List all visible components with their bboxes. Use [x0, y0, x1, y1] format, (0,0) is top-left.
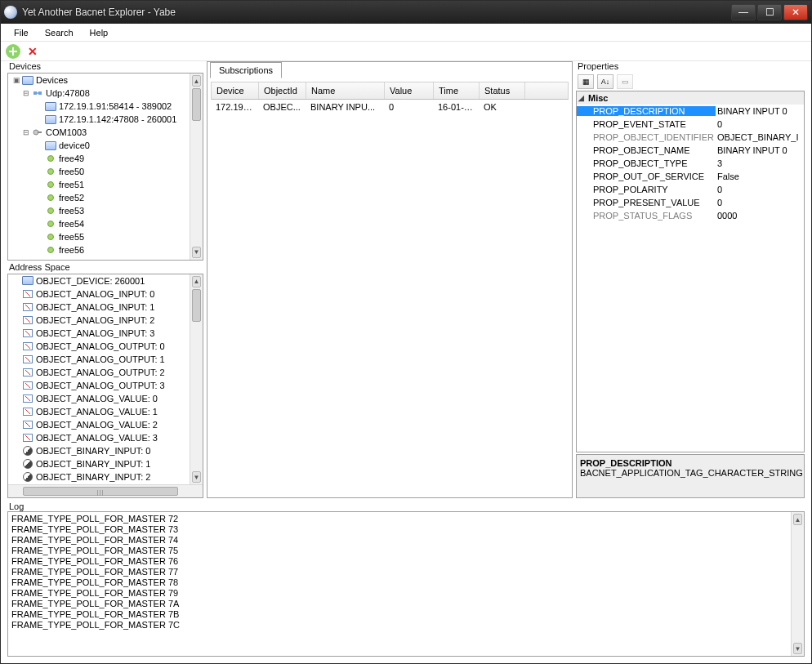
subscription-row[interactable]: 172.19.1... OBJEC... BINARY INPU... 0 16… — [211, 100, 569, 116]
property-value[interactable]: 0000 — [716, 211, 804, 221]
alphabetical-button[interactable]: A↓ — [597, 74, 613, 89]
analog-icon — [23, 421, 33, 429]
property-row[interactable]: PROP_OUT_OF_SERVICEFalse — [577, 170, 804, 183]
col-time[interactable]: Time — [434, 82, 480, 99]
analog-icon — [23, 368, 33, 377]
free-node[interactable]: free56 — [59, 245, 84, 255]
object-node[interactable]: OBJECT_ANALOG_VALUE: 2 — [36, 420, 158, 430]
object-device[interactable]: OBJECT_DEVICE: 260001 — [36, 276, 145, 286]
object-node[interactable]: OBJECT_ANALOG_VALUE: 0 — [36, 394, 158, 403]
free-slot-icon — [47, 221, 54, 227]
free-node[interactable]: free52 — [59, 193, 84, 203]
expander-icon[interactable]: ⊟ — [21, 128, 31, 136]
free-node[interactable]: free55 — [59, 232, 84, 242]
col-value[interactable]: Value — [385, 82, 434, 99]
object-node[interactable]: OBJECT_ANALOG_OUTPUT: 3 — [36, 381, 165, 390]
free-node[interactable]: free53 — [59, 206, 84, 216]
cell-time: 16-01-2... — [433, 100, 479, 116]
property-grid[interactable]: ◢Misc PROP_DESCRIPTIONBINARY INPUT 0PROP… — [576, 91, 805, 452]
cell-objectid: OBJEC... — [258, 100, 306, 116]
network-icon — [31, 87, 44, 99]
add-button[interactable] — [6, 44, 20, 59]
property-value[interactable]: OBJECT_BINARY_I — [716, 132, 804, 142]
col-name[interactable]: Name — [306, 82, 385, 99]
object-node[interactable]: OBJECT_BINARY_INPUT: 1 — [36, 459, 150, 469]
window-title: Yet Another Bacnet Explorer - Yabe — [22, 7, 729, 18]
log-output[interactable]: FRAME_TYPE_POLL_FOR_MASTER 72FRAME_TYPE_… — [7, 511, 805, 657]
analog-icon — [23, 290, 33, 298]
analog-icon — [23, 316, 33, 324]
property-row[interactable]: PROP_POLARITY0 — [577, 183, 804, 196]
property-row[interactable]: PROP_OBJECT_IDENTIFIEROBJECT_BINARY_I — [577, 131, 804, 144]
free-node[interactable]: free54 — [59, 219, 84, 229]
minimize-button[interactable]: — — [731, 4, 756, 20]
col-device[interactable]: Device — [212, 82, 259, 99]
property-value[interactable]: False — [716, 172, 804, 181]
binary-icon — [23, 446, 33, 456]
property-pages-button: ▭ — [617, 74, 633, 89]
object-node[interactable]: OBJECT_ANALOG_INPUT: 3 — [36, 328, 155, 338]
scrollbar-vertical[interactable]: ▲▼ — [190, 74, 203, 260]
property-value[interactable]: 3 — [716, 158, 804, 168]
object-node[interactable]: OBJECT_ANALOG_INPUT: 1 — [36, 302, 155, 312]
col-status[interactable]: Status — [480, 82, 525, 99]
analog-icon — [23, 408, 33, 416]
property-category[interactable]: ◢Misc — [577, 91, 804, 105]
device-icon — [45, 102, 56, 111]
delete-button[interactable]: ✕ — [25, 44, 40, 59]
property-key: PROP_PRESENT_VALUE — [577, 198, 716, 207]
close-button[interactable]: ✕ — [783, 4, 808, 20]
property-value[interactable]: 0 — [716, 119, 804, 129]
analog-icon — [23, 434, 33, 442]
menu-search[interactable]: Search — [37, 25, 82, 40]
property-row[interactable]: PROP_PRESENT_VALUE0 — [577, 196, 804, 209]
devices-root[interactable]: Devices — [36, 75, 68, 85]
property-value[interactable]: 0 — [716, 198, 804, 207]
property-row[interactable]: PROP_OBJECT_NAMEBINARY INPUT 0 — [577, 144, 804, 157]
com-node[interactable]: COM1003 — [46, 127, 87, 137]
device-icon — [45, 141, 56, 150]
collapse-icon[interactable]: ◢ — [577, 94, 585, 102]
menu-file[interactable]: File — [6, 25, 37, 40]
property-value[interactable]: BINARY INPUT 0 — [716, 106, 804, 116]
scrollbar-vertical[interactable]: ▲▼ — [190, 274, 203, 484]
object-node[interactable]: OBJECT_ANALOG_OUTPUT: 2 — [36, 368, 165, 377]
property-row[interactable]: PROP_EVENT_STATE0 — [577, 118, 804, 131]
free-node[interactable]: free49 — [59, 154, 84, 163]
svg-rect-3 — [38, 131, 42, 133]
property-row[interactable]: PROP_DESCRIPTIONBINARY INPUT 0 — [577, 105, 804, 118]
title-bar: Yet Another Bacnet Explorer - Yabe — ☐ ✕ — [1, 1, 811, 24]
cell-device: 172.19.1... — [211, 100, 258, 116]
object-node[interactable]: OBJECT_ANALOG_VALUE: 3 — [36, 433, 158, 443]
device-node[interactable]: 172.19.1.91:58414 - 389002 — [59, 101, 172, 111]
device-node[interactable]: device0 — [59, 140, 90, 150]
expander-icon[interactable]: ⊟ — [21, 89, 31, 97]
object-node[interactable]: OBJECT_BINARY_INPUT: 2 — [36, 472, 150, 482]
property-row[interactable]: PROP_OBJECT_TYPE3 — [577, 157, 804, 170]
categorized-button[interactable]: ▦ — [578, 74, 594, 89]
object-node[interactable]: OBJECT_ANALOG_INPUT: 2 — [36, 315, 155, 325]
property-value[interactable]: BINARY INPUT 0 — [716, 145, 804, 155]
col-objectid[interactable]: ObjectId — [259, 82, 306, 99]
object-node[interactable]: OBJECT_ANALOG_OUTPUT: 0 — [36, 341, 165, 351]
free-node[interactable]: free50 — [59, 167, 84, 176]
free-node[interactable]: free51 — [59, 180, 84, 189]
devices-tree[interactable]: ▣Devices ⊟Udp:47808 172.19.1.91:58414 - … — [8, 74, 203, 260]
device-icon — [45, 115, 56, 124]
scrollbar-horizontal[interactable]: ||| — [8, 484, 203, 497]
menu-help[interactable]: Help — [82, 25, 117, 40]
object-node[interactable]: OBJECT_ANALOG_INPUT: 0 — [36, 289, 155, 299]
property-row[interactable]: PROP_STATUS_FLAGS0000 — [577, 209, 804, 222]
property-value[interactable]: 0 — [716, 185, 804, 194]
object-node[interactable]: OBJECT_ANALOG_OUTPUT: 1 — [36, 354, 165, 364]
object-node[interactable]: OBJECT_ANALOG_VALUE: 1 — [36, 407, 158, 417]
expander-icon[interactable]: ▣ — [11, 76, 21, 84]
tab-subscriptions[interactable]: Subscriptions — [210, 62, 282, 78]
object-node[interactable]: OBJECT_BINARY_INPUT: 0 — [36, 446, 150, 456]
scrollbar-vertical[interactable]: ▲▼ — [791, 512, 804, 656]
free-slot-icon — [47, 247, 54, 253]
maximize-button[interactable]: ☐ — [757, 4, 782, 20]
address-space-tree[interactable]: OBJECT_DEVICE: 260001 OBJECT_ANALOG_INPU… — [8, 274, 203, 484]
udp-node[interactable]: Udp:47808 — [46, 88, 90, 98]
device-node[interactable]: 172.19.1.142:47808 - 260001 — [59, 114, 176, 124]
